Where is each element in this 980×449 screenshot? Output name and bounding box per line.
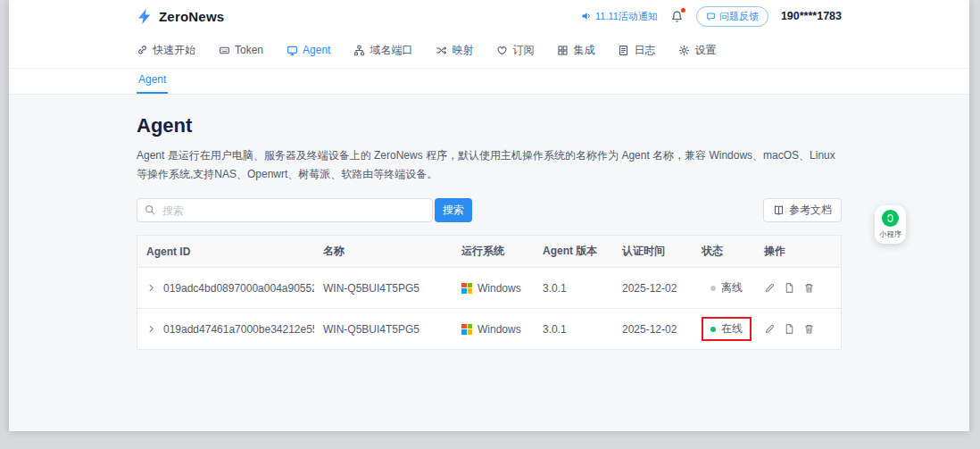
expand-chevron-icon[interactable] <box>146 283 156 293</box>
monitor-icon <box>287 45 298 56</box>
nav-label: 日志 <box>634 43 655 58</box>
column-header-auth-time: 认证时间 <box>613 236 693 268</box>
agent-table: Agent ID 名称 运行系统 Agent 版本 认证时间 状态 操作 <box>137 236 841 349</box>
sub-tab-bar: Agent <box>9 69 969 95</box>
nav-label: Agent <box>303 44 330 56</box>
brand[interactable]: ZeroNews <box>137 8 224 25</box>
promo-notice-text: 11.11活动通知 <box>595 10 658 23</box>
nav-item-logs[interactable]: 日志 <box>618 43 655 58</box>
feedback-label: 问题反馈 <box>719 10 759 23</box>
mini-program-label: 小程序 <box>879 229 901 239</box>
agent-name: WIN-Q5BUI4T5PG5 <box>323 282 419 295</box>
account-phone[interactable]: 190****1783 <box>781 10 842 22</box>
column-header-os: 运行系统 <box>453 236 534 268</box>
link-icon <box>137 45 148 56</box>
nav-item-settings[interactable]: 设置 <box>678 43 716 58</box>
nav-label: 域名端口 <box>370 43 412 58</box>
column-header-status: 状态 <box>693 236 755 268</box>
delete-icon[interactable] <box>803 282 815 294</box>
speaker-icon <box>581 11 592 21</box>
status-badge: 离线 <box>702 276 752 300</box>
nav-label: 集成 <box>573 43 594 58</box>
nav-item-quick-start[interactable]: 快速开始 <box>137 43 195 58</box>
status-text: 离线 <box>721 280 743 295</box>
mini-program-icon <box>882 210 899 227</box>
reference-docs-label: 参考文档 <box>789 203 832 218</box>
file-icon[interactable] <box>784 282 795 294</box>
nav-label: 订阅 <box>512 43 534 58</box>
status-text: 在线 <box>721 321 743 337</box>
agent-version: 3.0.1 <box>543 323 567 336</box>
toolbar: 搜索 参考文档 <box>137 198 842 222</box>
nav-item-integration[interactable]: 集成 <box>557 43 594 58</box>
windows-logo-icon <box>461 283 472 294</box>
delete-icon[interactable] <box>803 323 815 335</box>
column-header-name: 名称 <box>314 236 453 268</box>
app-window: ZeroNews 11.11活动通知 <box>9 0 969 431</box>
grid-icon <box>557 45 569 56</box>
page-description: Agent 是运行在用户电脑、服务器及终端设备上的 ZeroNews 程序，默认… <box>137 146 842 184</box>
nav-item-mapping[interactable]: 映射 <box>436 43 473 58</box>
table-row: 019add47461a7000be34212e55808322 WIN-Q5B… <box>137 309 841 350</box>
nav-item-subscription[interactable]: 订阅 <box>496 43 534 58</box>
agent-table-card: Agent ID 名称 运行系统 Agent 版本 认证时间 状态 操作 <box>137 235 842 350</box>
column-header-agent-id: Agent ID <box>137 236 314 268</box>
tab-agent[interactable]: Agent <box>137 73 168 94</box>
page-title: Agent <box>137 114 842 137</box>
agent-version: 3.0.1 <box>543 282 567 295</box>
edit-icon[interactable] <box>764 323 776 335</box>
status-dot-icon <box>710 286 716 291</box>
chat-bubble-icon <box>706 12 716 21</box>
token-icon <box>219 45 230 56</box>
mini-program-widget[interactable]: 小程序 <box>875 205 906 244</box>
search-button[interactable]: 搜索 <box>435 198 472 222</box>
os-name: Windows <box>478 323 521 336</box>
windows-logo-icon <box>461 324 472 335</box>
expand-chevron-icon[interactable] <box>146 324 156 334</box>
feedback-button[interactable]: 问题反馈 <box>696 6 768 27</box>
shuffle-icon <box>436 45 447 56</box>
file-icon[interactable] <box>784 323 795 335</box>
nav-label: 快速开始 <box>153 43 195 58</box>
brand-name: ZeroNews <box>159 9 224 24</box>
nav-item-domain-port[interactable]: 域名端口 <box>353 43 412 58</box>
search-input[interactable] <box>137 198 433 222</box>
table-row: 019adc4bd0897000a004a90552488c71 WIN-Q5B… <box>137 268 841 309</box>
agent-id: 019add47461a7000be34212e55808322 <box>163 323 314 336</box>
notification-badge <box>681 8 685 12</box>
auth-time: 2025-12-02 <box>622 323 677 336</box>
top-bar: ZeroNews 11.11活动通知 <box>9 0 969 32</box>
nav-label: 映射 <box>452 43 473 58</box>
nav-label: Token <box>235 44 263 56</box>
promo-notice-link[interactable]: 11.11活动通知 <box>581 10 658 23</box>
brand-logo-icon <box>137 8 154 25</box>
network-icon <box>353 45 365 56</box>
column-header-actions: 操作 <box>755 236 841 268</box>
os-name: Windows <box>478 282 521 295</box>
heart-icon <box>496 45 508 56</box>
agent-id: 019adc4bd0897000a004a90552488c71 <box>163 282 314 295</box>
book-icon <box>773 204 785 216</box>
auth-time: 2025-12-02 <box>622 282 677 295</box>
edit-icon[interactable] <box>764 282 776 294</box>
document-icon <box>618 45 629 56</box>
notification-bell[interactable] <box>670 10 684 23</box>
reference-docs-button[interactable]: 参考文档 <box>763 198 842 222</box>
nav-item-token[interactable]: Token <box>219 44 263 56</box>
status-dot-icon <box>710 327 716 332</box>
main-nav: 快速开始 Token Agent 域名端口 映射 订阅 <box>9 32 969 69</box>
nav-item-agent[interactable]: Agent <box>287 44 330 56</box>
nav-label: 设置 <box>694 43 716 58</box>
main-content: Agent Agent 是运行在用户电脑、服务器及终端设备上的 ZeroNews… <box>9 95 969 386</box>
gear-icon <box>678 45 690 56</box>
agent-name: WIN-Q5BUI4T5PG5 <box>323 323 419 336</box>
column-header-version: Agent 版本 <box>534 236 613 268</box>
status-badge-highlighted: 在线 <box>702 317 752 341</box>
